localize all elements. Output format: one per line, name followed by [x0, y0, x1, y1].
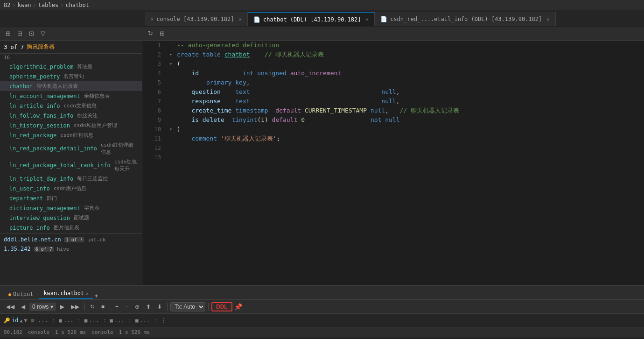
tab-chatbot-close[interactable]: ✕	[366, 16, 369, 22]
sidebar-item-red-rank[interactable]: ln_red_package_total_rank_info csdn红包每天升	[0, 157, 142, 174]
rows-dropdown-btn[interactable]: 0 rows ▾	[29, 303, 56, 311]
breadcrumb-part-2: kwan	[18, 2, 31, 8]
sidebar-filter-btn[interactable]: ▽	[39, 29, 47, 38]
col-dots-2[interactable]: ...	[63, 317, 74, 324]
rows-label: 0 rows	[32, 304, 49, 310]
sidebar-item-picture[interactable]: picture_info 图片信息表	[0, 223, 142, 233]
code-comma-5: ,	[246, 78, 250, 87]
nav-first-btn[interactable]: ◀◀	[4, 303, 17, 311]
stop-btn[interactable]: ■	[99, 303, 107, 311]
code-sp-8a	[231, 106, 235, 115]
sidebar-item-chatbot[interactable]: chatbot 聊天机器人记录表	[0, 81, 142, 91]
fold-icon-3[interactable]: ▾	[169, 59, 177, 69]
editor-refresh-btn[interactable]: ↻	[146, 29, 155, 38]
sidebar-item-name: ln_follow_fans_info	[9, 113, 73, 119]
sidebar-item-user[interactable]: ln_user_info csdn用户信息	[0, 184, 142, 193]
export-btn[interactable]: ⬆	[144, 303, 153, 311]
import-btn[interactable]: ⬇	[155, 303, 164, 311]
code-sp-11a	[217, 134, 221, 143]
sidebar-item-name: ln_history_session	[9, 122, 70, 129]
conn-hive-extra: hive	[57, 246, 70, 252]
code-kw-comment: comment	[191, 134, 217, 143]
key-icon: 🔑	[4, 318, 10, 324]
sidebar-item-article[interactable]: ln_article_info csdn文章信息	[0, 101, 142, 111]
code-comment-2: // 聊天机器人记录表	[265, 50, 324, 59]
ddl-button[interactable]: DDL	[211, 302, 232, 311]
code-kw-primary: primary	[206, 78, 232, 87]
refresh-btn[interactable]: ↻	[88, 303, 97, 311]
sidebar-item-desc: 每日三连监控	[77, 175, 108, 182]
sidebar-conn-belle[interactable]: dddl.belle.net.cn 1 of 7 uat-ck	[0, 235, 142, 244]
code-col-question: question	[191, 87, 221, 97]
sidebar-conn-hive[interactable]: 1.35.242 6 of 7 hive	[0, 244, 142, 254]
tab-chatbot-label: chatbot (DDL) [43.139.90.182]	[263, 16, 361, 23]
sidebar-item-department[interactable]: department 部门	[0, 193, 142, 203]
breadcrumb-part-1: 82	[4, 2, 10, 8]
fold-icon-6	[169, 87, 177, 97]
sidebar-item-interview[interactable]: interview_question 面试题	[0, 213, 142, 223]
tab-chatbot-ddl[interactable]: 📄 chatbot (DDL) [43.139.90.182] ✕	[248, 12, 375, 26]
output-dot-icon: ●	[8, 292, 11, 297]
ln-10: 10	[142, 125, 161, 134]
sidebar-item-history[interactable]: ln_history_session csdn私信用户管理	[0, 120, 142, 130]
pin-icon[interactable]: 📌	[234, 303, 242, 311]
code-type-tinyint: tinyint	[231, 115, 257, 125]
sidebar-item-follow[interactable]: ln_follow_fans_info 粉丝关注	[0, 111, 142, 120]
tab-csdn-icon: 📄	[380, 16, 387, 22]
main-area: ⊞ ⊟ ⊡ ▽ 3 of 7 腾讯服务器 16 algorithmic_prob…	[0, 27, 644, 285]
col-id-sort[interactable]: ▲	[20, 318, 22, 323]
sidebar-btn-2[interactable]: ⊟	[15, 29, 24, 38]
fold-icon-11	[169, 134, 177, 143]
code-sp-6b	[250, 87, 382, 97]
code-num-1: 1	[261, 115, 265, 125]
sidebar-item-red-detail[interactable]: ln_red_package_detail_info csdn红包详细信息	[0, 140, 142, 157]
nav-last-btn[interactable]: ▶▶	[69, 303, 82, 311]
sidebar-item-account[interactable]: ln_account_management 余额信息表	[0, 91, 142, 101]
fold-icon-5	[169, 78, 177, 87]
breadcrumb-bar: 82 › kwan › tables › chatbot	[0, 0, 644, 10]
sidebar-item-desc: csdn红包每天升	[114, 158, 138, 172]
tab-kwan-chatbot-close[interactable]: ✕	[86, 291, 89, 296]
code-sp-9e	[381, 115, 385, 125]
sidebar-item-red-package[interactable]: ln_red_package csdn红包信息	[0, 130, 142, 140]
sidebar-item-dictionary[interactable]: dictionary_management 字典表	[0, 203, 142, 213]
fold-icon-7	[169, 97, 177, 106]
tab-console-close[interactable]: ✕	[238, 16, 242, 22]
remove-row-btn[interactable]: −	[123, 303, 131, 311]
col-id-filter[interactable]: ▼	[24, 318, 27, 324]
tab-kwan-chatbot[interactable]: kwan.chatbot ✕	[39, 288, 93, 299]
fold-icon-10[interactable]: ▾	[169, 125, 177, 134]
code-col-is-delete: is_delete	[191, 115, 224, 125]
sidebar-btn-1[interactable]: ⊞	[4, 29, 13, 38]
nav-next-btn[interactable]: ▶	[58, 303, 67, 311]
code-line-5: primary key ,	[169, 78, 644, 87]
nav-prev-btn[interactable]: ◀	[19, 303, 28, 311]
tab-console[interactable]: ⚡ console [43.139.90.182] ✕	[145, 12, 248, 26]
add-row-btn[interactable]: +	[113, 303, 121, 311]
clone-row-btn[interactable]: ⊕	[133, 303, 142, 311]
fold-icon-2[interactable]: ▾	[169, 50, 177, 59]
ln-9: 9	[142, 115, 161, 125]
sidebar-btn-3[interactable]: ⊡	[27, 29, 36, 38]
sidebar-item-aphorism[interactable]: aphorism_poetry 名言警句	[0, 71, 142, 81]
sidebar-item-desc: 粉丝关注	[77, 112, 98, 119]
sidebar-item-desc: csdn用户信息	[54, 185, 87, 192]
tab-output[interactable]: ● Output	[4, 289, 38, 299]
col-dots-5[interactable]: ...	[140, 317, 150, 324]
sidebar-item-algorithmic[interactable]: algorithmic_problem 算法题	[0, 62, 142, 71]
sidebar-item-triplet[interactable]: ln_triplet_day_info 每日三连监控	[0, 174, 142, 184]
sidebar-item-name: ln_triplet_day_info	[9, 176, 73, 182]
tab-csdn-close[interactable]: ✕	[546, 16, 550, 22]
breadcrumb-sep-2: ›	[33, 2, 36, 8]
col-dots-extra[interactable]: ⋮	[161, 317, 166, 324]
add-tab-btn[interactable]: +	[94, 292, 98, 299]
code-type-timestamp: timestamp	[235, 106, 268, 115]
sidebar-item-desc: 聊天机器人记录表	[37, 83, 78, 90]
col-dots-4[interactable]: ...	[114, 317, 125, 324]
tx-select[interactable]: Tx: Auto	[170, 302, 205, 311]
tab-csdn-red[interactable]: 📄 csdn_red_....etail_info (DDL) [43.139.…	[375, 12, 556, 26]
col-dots-3[interactable]: ...	[89, 317, 99, 324]
sidebar-item-name: dictionary_management	[9, 205, 80, 212]
editor-grid-btn[interactable]: ⊞	[158, 29, 167, 38]
col-dots-1[interactable]: ...	[38, 317, 48, 324]
